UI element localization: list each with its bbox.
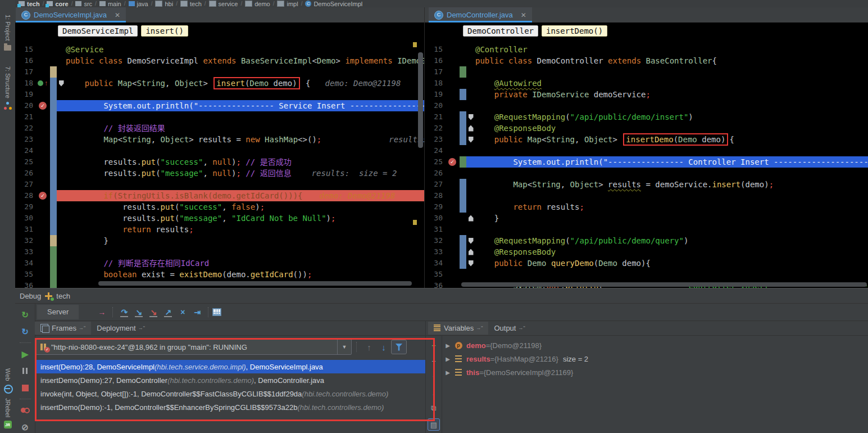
breadcrumb-item-demo[interactable]: demo (245, 1, 270, 7)
variable-row-results[interactable]: ▶results = {HashMap@21216}size = 2 (442, 352, 868, 366)
tab-democontroller[interactable]: C DemoController.java ✕ (429, 7, 532, 22)
line-number[interactable]: 19 (15, 89, 35, 100)
code-line-15[interactable]: 15@Service (15, 44, 424, 55)
code-line-25[interactable]: 25 results.put("success", null); // 是否成功 (15, 156, 424, 168)
error-stripe-mark[interactable] (413, 42, 417, 47)
add-watch-icon[interactable]: + (428, 340, 439, 351)
close-icon[interactable]: ✕ (115, 11, 120, 19)
code-line-28[interactable]: 28✓ if(StringUtils.isBlank(demo.getIdCar… (15, 190, 424, 201)
line-number[interactable]: 22 (15, 123, 35, 134)
code-line-19[interactable]: 19 (15, 89, 424, 100)
tab-demoserviceimpl[interactable]: C DemoServiceImpl.java ✕ (16, 7, 126, 22)
code-line-26[interactable]: 26 (425, 168, 868, 179)
line-number[interactable]: 26 (15, 168, 35, 179)
line-number[interactable]: 24 (425, 145, 445, 156)
code-line-26[interactable]: 26 results.put("message", null); // 返回信息… (15, 168, 424, 179)
step-into-icon[interactable]: ↘ (131, 306, 146, 318)
update-application-icon[interactable]: ↻ (19, 326, 31, 337)
line-number[interactable]: 15 (15, 44, 35, 55)
breadcrumb-item-src[interactable]: src (75, 1, 92, 7)
breadcrumb-method-chip[interactable]: insert() (141, 25, 188, 37)
hide-frames-filter-icon[interactable] (391, 340, 407, 354)
duplicate-watch-icon[interactable]: ⧉ (428, 403, 439, 414)
line-number[interactable]: 22 (425, 123, 445, 134)
fold-marker-icon[interactable] (466, 249, 475, 255)
error-stripe-mark[interactable] (413, 220, 417, 225)
right-editor-code[interactable]: 15@Controller16public class DemoControll… (425, 39, 868, 288)
jrebel-icon[interactable]: JR (4, 421, 12, 429)
fold-marker-icon[interactable] (57, 80, 66, 87)
line-number[interactable]: 19 (425, 89, 445, 100)
horizontal-scrollbar[interactable] (461, 282, 867, 287)
code-line-25[interactable]: 25✓ System.out.println("----------------… (425, 156, 868, 168)
code-line-27[interactable]: 27 (15, 179, 424, 190)
variable-row-this[interactable]: ▶this = {DemoServiceImpl@21169} (442, 366, 868, 379)
line-number[interactable]: 23 (425, 134, 445, 145)
line-number[interactable]: 36 (15, 280, 35, 288)
evaluate-expression-icon[interactable] (212, 308, 221, 316)
line-number[interactable]: 36 (425, 280, 445, 288)
line-number[interactable]: 28 (15, 190, 35, 201)
breadcrumb-class-chip[interactable]: DemoServiceImpl (58, 25, 138, 37)
line-number[interactable]: 29 (15, 201, 35, 213)
line-number[interactable]: 34 (15, 258, 35, 269)
restore-layout-icon[interactable]: ▤ (428, 418, 440, 431)
code-line-24[interactable]: 24 (425, 145, 868, 156)
breadcrumb-item-java[interactable]: java (129, 1, 148, 7)
fold-marker-icon[interactable] (466, 114, 475, 120)
horizontal-scrollbar[interactable] (98, 281, 412, 286)
code-line-32[interactable]: 32 } (15, 235, 424, 246)
code-line-32[interactable]: 32 @RequestMapping("/api/public/demo/que… (425, 235, 868, 246)
code-line-23[interactable]: 23 public Map<String, Object> insertDemo… (425, 134, 868, 145)
tab-frames[interactable]: Frames →" (35, 322, 91, 335)
code-line-35[interactable]: 35 (425, 269, 868, 280)
debug-tab-label[interactable]: Debug (20, 292, 41, 300)
line-number[interactable]: 17 (425, 66, 445, 78)
breadcrumb-item-demoserviceimpl[interactable]: CDemoServiceImpl (305, 1, 362, 7)
line-number[interactable]: 25 (425, 156, 445, 168)
line-number[interactable]: 15 (425, 44, 445, 55)
line-number[interactable]: 33 (425, 246, 445, 258)
sidebar-item-structure[interactable]: 7: Structure (4, 66, 11, 98)
code-line-33[interactable]: 33 (15, 246, 424, 258)
web-icon[interactable] (4, 385, 12, 393)
view-breakpoints-icon[interactable] (19, 404, 31, 416)
code-line-20[interactable]: 20✓ System.out.println("----------------… (15, 100, 424, 111)
step-over-icon[interactable]: ↷ (117, 306, 131, 318)
breadcrumb-item-tech[interactable]: tech (180, 1, 202, 7)
stop-icon[interactable] (19, 382, 31, 394)
fold-marker-icon[interactable] (466, 215, 475, 222)
line-number[interactable]: 26 (425, 168, 445, 179)
sidebar-item-project[interactable]: 1: Project (4, 15, 11, 40)
tab-output[interactable]: Output →" (488, 322, 530, 335)
line-number[interactable]: 30 (425, 213, 445, 224)
run-to-cursor-icon[interactable]: ⇥ (190, 306, 204, 318)
structure-icon[interactable] (4, 102, 12, 110)
code-line-34[interactable]: 34 // 判断是否存在相同IdCard (15, 258, 424, 269)
line-number[interactable]: 31 (15, 224, 35, 235)
previous-frame-icon[interactable]: ↑ (362, 342, 376, 352)
line-number[interactable]: 34 (425, 258, 445, 269)
project-icon[interactable] (4, 44, 12, 52)
code-line-18[interactable]: 18↑ public Map<String, Object> insert(De… (15, 78, 424, 89)
line-number[interactable]: 20 (15, 100, 35, 111)
mute-breakpoints-icon[interactable]: ⊘ (19, 421, 31, 433)
line-number[interactable]: 24 (15, 145, 35, 156)
code-line-24[interactable]: 24 (15, 145, 424, 156)
drop-frame-icon[interactable]: × (175, 306, 190, 318)
code-line-29[interactable]: 29 results.put("success", false); (15, 201, 424, 213)
line-number[interactable]: 18 (15, 78, 35, 89)
code-line-28[interactable]: 28 (425, 190, 868, 201)
code-line-16[interactable]: 16public class DemoController extends Ba… (425, 55, 868, 66)
code-line-20[interactable]: 20 (425, 100, 868, 111)
line-number[interactable]: 16 (425, 55, 445, 66)
code-line-29[interactable]: 29 return results; (425, 201, 868, 213)
breadcrumb-item-core[interactable]: core (47, 1, 68, 7)
code-line-22[interactable]: 22 // 封装返回结果 (15, 123, 424, 134)
code-line-35[interactable]: 35 boolean exist = existDemo(demo.getIdC… (15, 269, 424, 280)
line-number[interactable]: 27 (15, 179, 35, 190)
line-number[interactable]: 30 (15, 213, 35, 224)
expand-arrow-icon[interactable]: ▶ (442, 369, 454, 376)
breadcrumb-method-chip[interactable]: insertDemo() (542, 25, 607, 37)
code-line-30[interactable]: 30 results.put("message", "IdCard Not be… (15, 213, 424, 224)
